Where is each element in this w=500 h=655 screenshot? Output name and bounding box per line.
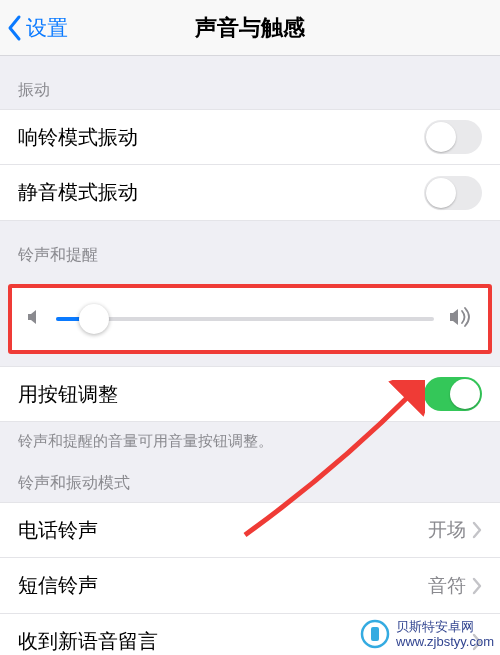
- section-header-ringer: 铃声和提醒: [0, 221, 500, 274]
- chevron-right-icon: [472, 521, 482, 539]
- switch-silent-vibrate[interactable]: [424, 176, 482, 210]
- watermark-logo-icon: [360, 619, 390, 649]
- watermark-line2: www.zjbstyy.com: [396, 634, 494, 649]
- svg-rect-1: [371, 627, 379, 641]
- back-label: 设置: [26, 14, 68, 42]
- row-label: 静音模式振动: [18, 179, 138, 206]
- row-label: 响铃模式振动: [18, 124, 138, 151]
- row-value: 音符: [428, 573, 466, 599]
- row-label: 用按钮调整: [18, 381, 118, 408]
- section-header-patterns: 铃声和振动模式: [0, 457, 500, 502]
- row-change-with-buttons[interactable]: 用按钮调整: [0, 366, 500, 422]
- row-silent-vibrate[interactable]: 静音模式振动: [0, 165, 500, 221]
- back-button[interactable]: 设置: [6, 0, 68, 56]
- speaker-high-icon: [448, 305, 474, 333]
- watermark: 贝斯特安卓网 www.zjbstyy.com: [360, 619, 494, 649]
- row-label: 电话铃声: [18, 517, 98, 544]
- settings-screen: 设置 声音与触感 振动 响铃模式振动 静音模式振动 铃声和提醒 用按钮调整 铃声…: [0, 0, 500, 655]
- row-texttone[interactable]: 短信铃声 音符: [0, 558, 500, 614]
- chevron-left-icon: [6, 14, 24, 42]
- section-header-vibration: 振动: [0, 56, 500, 109]
- row-ring-vibrate[interactable]: 响铃模式振动: [0, 109, 500, 165]
- row-label: 收到新语音留言: [18, 628, 158, 655]
- speaker-low-icon: [26, 307, 42, 331]
- watermark-text: 贝斯特安卓网 www.zjbstyy.com: [396, 619, 494, 649]
- switch-ring-vibrate[interactable]: [424, 120, 482, 154]
- section-footer-ringer: 铃声和提醒的音量可用音量按钮调整。: [0, 422, 500, 457]
- watermark-line1: 贝斯特安卓网: [396, 619, 494, 634]
- navbar: 设置 声音与触感: [0, 0, 500, 56]
- slider-thumb[interactable]: [79, 304, 109, 334]
- volume-slider[interactable]: [56, 317, 434, 321]
- page-title: 声音与触感: [195, 13, 305, 43]
- row-value: 开场: [428, 517, 466, 543]
- switch-change-with-buttons[interactable]: [424, 377, 482, 411]
- chevron-right-icon: [472, 577, 482, 595]
- row-ringtone[interactable]: 电话铃声 开场: [0, 502, 500, 558]
- volume-slider-row: [8, 284, 492, 354]
- row-label: 短信铃声: [18, 572, 98, 599]
